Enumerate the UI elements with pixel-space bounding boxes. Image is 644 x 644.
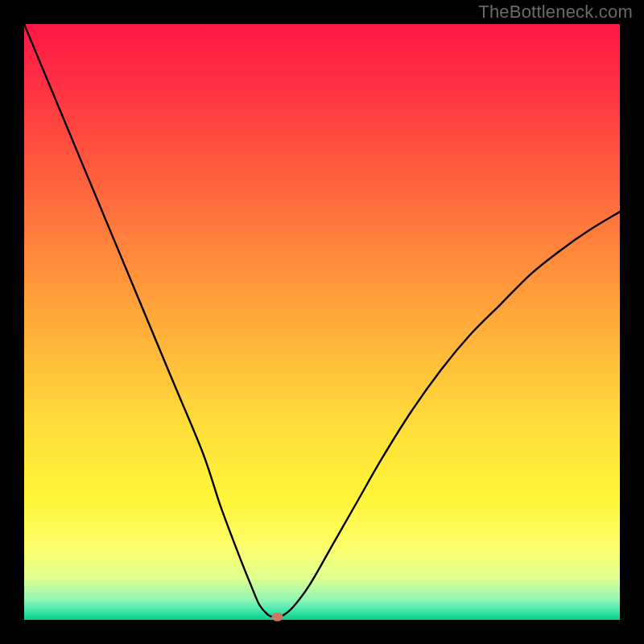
- curve-layer: [24, 24, 620, 620]
- plot-area: [24, 24, 620, 620]
- bottleneck-curve: [24, 24, 620, 617]
- watermark-text: TheBottleneck.com: [478, 2, 633, 23]
- chart-container: TheBottleneck.com: [0, 0, 644, 644]
- min-marker: [272, 613, 283, 621]
